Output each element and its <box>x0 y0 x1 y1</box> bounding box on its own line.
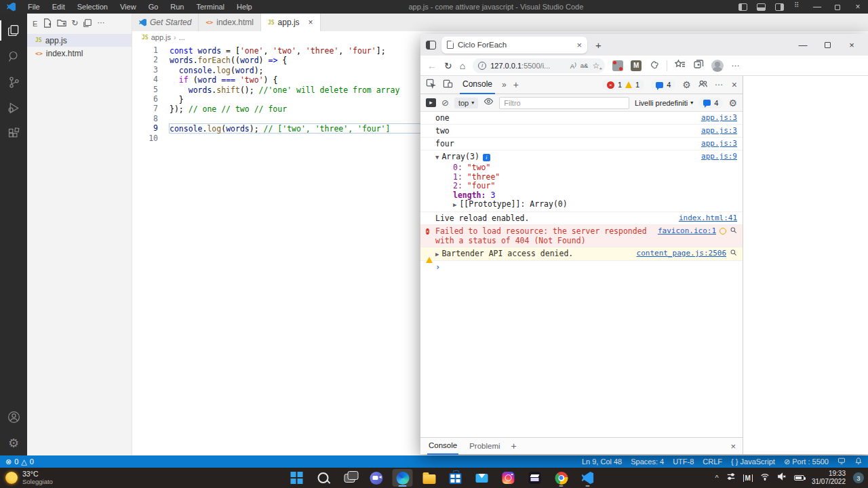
address-bar[interactable]: i 127.0.0.1:5500/i... A) a& ☆+ <box>473 58 605 73</box>
start-button[interactable] <box>287 469 307 487</box>
source-link[interactable]: app.js:3 <box>701 139 737 148</box>
vscode-taskbar-icon[interactable] <box>578 469 598 487</box>
inspect-element-icon[interactable] <box>426 79 436 92</box>
toggle-panel-icon[interactable] <box>757 3 766 11</box>
refresh-icon[interactable]: ↻ <box>71 18 78 30</box>
chat-icon[interactable] <box>366 469 387 487</box>
notifications-bell-icon[interactable] <box>854 457 863 466</box>
profile-avatar[interactable] <box>711 60 724 72</box>
source-link[interactable]: app.js:3 <box>701 126 737 135</box>
devtools-menu-icon[interactable]: ⋯ <box>715 80 724 89</box>
expand-arrow-icon[interactable]: ▶ <box>435 251 439 258</box>
device-emulation-icon[interactable] <box>443 79 453 92</box>
drawer-tab-problems[interactable]: Problemi <box>469 442 500 450</box>
browser-minimize-button[interactable]: — <box>791 40 815 50</box>
file-item-index-html[interactable]: <>index.html <box>27 47 132 60</box>
wifi-icon[interactable] <box>760 472 770 484</box>
drawer-close-icon[interactable]: × <box>730 441 736 451</box>
status-item[interactable]: CRLF <box>703 458 722 466</box>
hidden-icons-chevron[interactable]: ^ <box>715 474 718 482</box>
toggle-secondary-sidebar-icon[interactable] <box>775 3 784 11</box>
extension-m-icon[interactable]: M <box>631 60 642 71</box>
vscode-minimize-button[interactable]: — <box>807 0 827 14</box>
back-icon[interactable]: ← <box>427 61 437 70</box>
console-settings-icon[interactable]: ⚙ <box>728 98 737 108</box>
volume-muted-icon[interactable] <box>777 472 787 484</box>
collections-icon[interactable] <box>693 59 704 73</box>
add-tab-icon[interactable]: + <box>513 79 519 90</box>
instagram-icon[interactable] <box>498 469 519 487</box>
more-actions-icon[interactable]: ⋯ <box>97 18 104 30</box>
issues-counter[interactable]: × 1 1 <box>602 79 644 90</box>
edge-taskbar-icon[interactable] <box>393 469 413 487</box>
vscode-restore-button[interactable] <box>827 0 848 14</box>
page-content[interactable] <box>743 76 868 454</box>
status-item[interactable]: { } JavaScript <box>731 458 775 466</box>
tab-get-started[interactable]: Get Started <box>132 14 199 31</box>
console-prompt[interactable]: › <box>435 262 440 272</box>
source-link[interactable]: content_page.js:2506 <box>637 249 726 258</box>
taskbar-search-icon[interactable] <box>313 469 334 487</box>
live-share-icon[interactable] <box>837 457 846 466</box>
battery-icon[interactable] <box>794 475 804 481</box>
clock[interactable]: 19:33 31/07/2022 <box>812 470 846 487</box>
status-item[interactable]: ⊘ Port : 5500 <box>784 458 829 466</box>
clear-console-icon[interactable]: ⊘ <box>441 98 449 108</box>
add-favorite-icon[interactable]: ☆+ <box>592 61 599 70</box>
notification-count-badge[interactable]: 3 <box>853 472 864 483</box>
file-item-app-js[interactable]: JSapp.js <box>27 34 132 47</box>
microsoft-store-icon[interactable] <box>446 469 466 487</box>
search-icon[interactable] <box>0 43 27 69</box>
browser-maximize-button[interactable] <box>815 40 840 50</box>
menu-item-selection[interactable]: Selection <box>71 3 114 11</box>
messages-counter[interactable]: 4 <box>698 98 723 108</box>
new-folder-icon[interactable] <box>57 18 66 30</box>
issue-icon[interactable] <box>719 228 726 235</box>
mail-icon[interactable] <box>472 469 492 487</box>
menu-item-run[interactable]: Run <box>164 3 190 11</box>
site-info-icon[interactable]: i <box>478 62 486 70</box>
run-debug-icon[interactable] <box>0 95 27 121</box>
accounts-icon[interactable] <box>0 404 27 430</box>
mixer-icon[interactable] <box>726 472 736 484</box>
devtools-settings-icon[interactable]: ⚙ <box>682 79 691 90</box>
read-aloud-icon[interactable]: A) <box>570 61 576 70</box>
live-expression-icon[interactable] <box>484 96 494 109</box>
search-log-icon[interactable] <box>730 249 737 258</box>
browser-close-button[interactable]: × <box>840 40 864 50</box>
source-control-icon[interactable] <box>0 69 27 95</box>
chrome-taskbar-icon[interactable] <box>551 469 572 487</box>
toggle-sidebar-icon[interactable] <box>738 3 747 11</box>
menu-item-view[interactable]: View <box>114 3 142 11</box>
clipchamp-icon[interactable] <box>525 469 545 487</box>
status-item[interactable]: UTF-8 <box>673 458 694 466</box>
extension-icon[interactable] <box>612 60 623 71</box>
refresh-icon[interactable]: ↻ <box>444 61 452 70</box>
browser-menu-icon[interactable]: ⋯ <box>731 61 740 70</box>
more-tabs-icon[interactable]: » <box>502 80 507 89</box>
messages-counter[interactable]: 4 <box>651 79 675 90</box>
search-log-icon[interactable] <box>730 226 737 236</box>
status-item[interactable]: Ln 9, Col 48 <box>582 458 622 466</box>
settings-gear-icon[interactable]: ⚙ <box>0 430 27 455</box>
console-sidebar-icon[interactable]: ▸ <box>426 98 436 107</box>
devtools-tab-console[interactable]: Console <box>460 76 495 94</box>
vscode-close-button[interactable]: × <box>848 0 868 14</box>
tab-close-icon[interactable]: × <box>576 40 582 50</box>
source-link[interactable]: app.js:9 <box>701 152 737 161</box>
menu-item-edit[interactable]: Edit <box>46 3 71 11</box>
tab-close-icon[interactable]: × <box>309 18 313 27</box>
menu-item-help[interactable]: Help <box>231 3 258 11</box>
home-icon[interactable]: ⌂ <box>460 61 465 70</box>
tab-app-js[interactable]: JS app.js × <box>261 14 321 31</box>
expand-arrow-icon[interactable]: ▶ <box>453 201 456 208</box>
drawer-tab-console[interactable]: Console <box>427 438 458 455</box>
devtools-people-icon[interactable] <box>698 79 708 92</box>
collapse-arrow-icon[interactable]: ▼ <box>435 154 439 161</box>
weather-widget[interactable]: 33°C Soleggiato <box>5 468 53 488</box>
status-item[interactable]: Spaces: 4 <box>631 458 664 466</box>
collapse-folders-icon[interactable] <box>83 18 92 30</box>
browser-tab[interactable]: Ciclo ForEach × <box>441 37 587 54</box>
extensions-hub-icon[interactable] <box>649 60 659 70</box>
menu-item-file[interactable]: File <box>22 3 46 11</box>
